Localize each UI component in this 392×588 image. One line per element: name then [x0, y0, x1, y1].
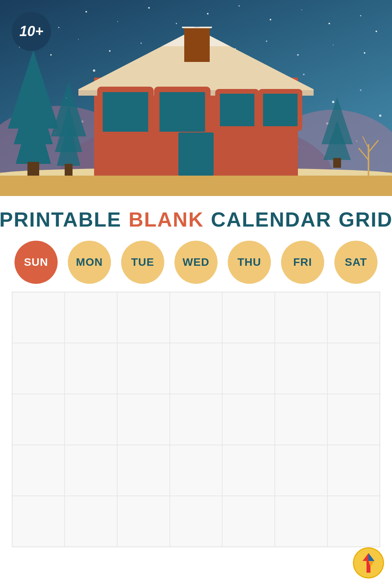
day-circle-sat: SAT [334, 241, 377, 284]
cal-cell-3-7[interactable] [327, 394, 380, 445]
svg-rect-79 [159, 91, 206, 132]
day-circle-tue: TUE [121, 241, 164, 284]
calendar-grid [12, 292, 380, 547]
cal-cell-2-7[interactable] [327, 343, 380, 394]
svg-point-3 [117, 21, 118, 22]
title-word-printable: PRINTABLE [0, 208, 122, 231]
cal-cell-1-1[interactable] [12, 292, 65, 343]
cal-cell-2-2[interactable] [65, 343, 117, 394]
svg-line-89 [363, 136, 368, 148]
cal-cell-4-2[interactable] [65, 445, 117, 496]
cal-cell-5-6[interactable] [275, 496, 327, 547]
svg-point-1 [58, 27, 60, 28]
svg-line-87 [359, 148, 368, 160]
day-label-wed: WED [183, 256, 209, 269]
cal-cell-2-5[interactable] [222, 343, 275, 394]
calendar-area: PRINTABLE BLANK CALENDAR GRID SUN MON TU… [0, 196, 392, 555]
cal-cell-3-5[interactable] [222, 394, 275, 445]
cal-cell-2-4[interactable] [170, 343, 222, 394]
cal-cell-3-3[interactable] [117, 394, 170, 445]
cal-cell-5-5[interactable] [222, 496, 275, 547]
cal-cell-4-1[interactable] [12, 445, 65, 496]
svg-rect-85 [178, 132, 214, 176]
cal-cell-1-4[interactable] [170, 292, 222, 343]
day-label-fri: FRI [293, 256, 312, 269]
illustration-area: 10+ [0, 0, 392, 196]
day-label-sun: SUN [24, 256, 48, 269]
svg-point-8 [270, 19, 271, 20]
cal-cell-1-6[interactable] [275, 292, 327, 343]
cal-cell-5-1[interactable] [12, 496, 65, 547]
cal-cell-1-5[interactable] [222, 292, 275, 343]
cal-cell-1-2[interactable] [65, 292, 117, 343]
svg-point-6 [207, 13, 209, 15]
day-label-thu: THU [238, 256, 261, 269]
svg-point-10 [328, 23, 330, 24]
svg-rect-92 [333, 158, 341, 168]
day-label-mon: MON [76, 256, 103, 269]
day-label-tue: TUE [131, 256, 154, 269]
svg-line-88 [368, 140, 378, 152]
cal-cell-5-3[interactable] [117, 496, 170, 547]
cal-cell-5-7[interactable] [327, 496, 380, 547]
page-wrapper: 10+ PRINTABLE BLANK CALENDAR GRID SUN MO… [0, 0, 392, 588]
svg-point-7 [239, 5, 240, 7]
day-circle-wed: WED [174, 241, 218, 284]
badge-label: 10+ [19, 23, 43, 40]
day-circle-thu: THU [228, 241, 271, 284]
svg-point-11 [360, 15, 361, 16]
day-label-sat: SAT [345, 256, 367, 269]
svg-rect-62 [27, 162, 39, 176]
cal-cell-2-6[interactable] [275, 343, 327, 394]
svg-point-2 [85, 11, 87, 13]
day-headers: SUN MON TUE WED THU FRI SAT [8, 241, 384, 284]
freepik-badge [353, 547, 384, 580]
svg-point-5 [176, 23, 177, 24]
cal-cell-3-4[interactable] [170, 394, 222, 445]
cal-cell-2-3[interactable] [117, 343, 170, 394]
cal-cell-2-1[interactable] [12, 343, 65, 394]
age-badge: 10+ [12, 12, 51, 51]
cal-cell-4-6[interactable] [275, 445, 327, 496]
ground [0, 172, 392, 196]
svg-rect-83 [263, 93, 298, 127]
svg-rect-66 [65, 164, 73, 176]
day-circle-sun: SUN [15, 241, 58, 284]
title-word-grid: GRID [339, 208, 392, 231]
svg-rect-81 [220, 93, 255, 127]
cal-cell-5-4[interactable] [170, 496, 222, 547]
calendar-title: PRINTABLE BLANK CALENDAR GRID [8, 208, 384, 231]
cal-cell-1-7[interactable] [327, 292, 380, 343]
title-word-calendar: CALENDAR [211, 208, 332, 231]
svg-point-23 [333, 45, 334, 45]
day-circle-mon: MON [68, 241, 111, 284]
cal-cell-4-3[interactable] [117, 445, 170, 496]
cal-cell-4-7[interactable] [327, 445, 380, 496]
svg-point-24 [364, 52, 365, 54]
svg-point-4 [148, 7, 150, 9]
cal-cell-3-6[interactable] [275, 394, 327, 445]
title-word-blank: BLANK [129, 208, 204, 231]
cal-cell-1-3[interactable] [117, 292, 170, 343]
day-circle-fri: FRI [281, 241, 324, 284]
cal-cell-4-5[interactable] [222, 445, 275, 496]
svg-rect-77 [102, 91, 149, 132]
svg-rect-72 [184, 27, 210, 62]
cal-cell-5-2[interactable] [65, 496, 117, 547]
cal-cell-4-4[interactable] [170, 445, 222, 496]
cal-cell-3-1[interactable] [12, 394, 65, 445]
cal-cell-3-2[interactable] [65, 394, 117, 445]
svg-point-12 [376, 31, 377, 32]
svg-point-9 [301, 9, 302, 10]
